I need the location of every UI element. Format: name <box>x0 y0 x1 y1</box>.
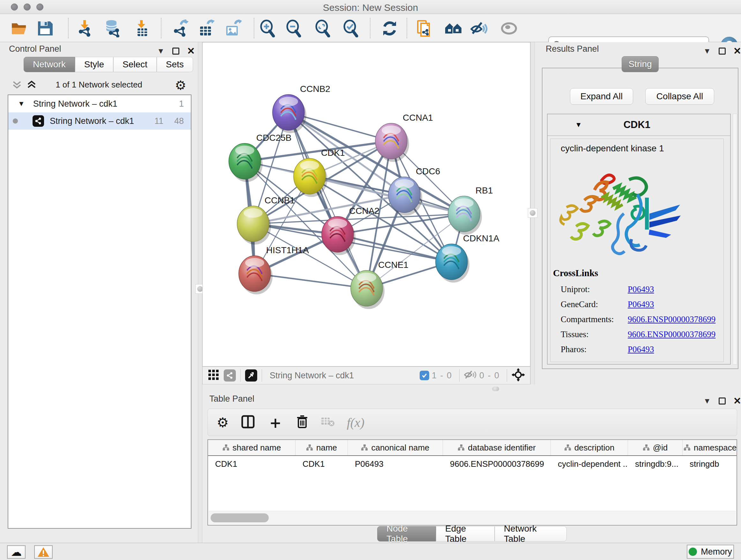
export-network-icon[interactable] <box>171 19 190 38</box>
table-cell[interactable]: stringdb <box>683 456 737 472</box>
delete-column-trash-icon[interactable] <box>296 415 309 430</box>
network-node-ccnb1[interactable]: CCNB1 <box>237 195 295 245</box>
network-row[interactable]: String Network – cdk1 11 48 <box>8 112 191 130</box>
grid-view-icon[interactable] <box>208 369 219 382</box>
open-session-icon[interactable] <box>10 19 29 38</box>
collapse-all-networks-icon[interactable] <box>11 79 22 91</box>
collapse-all-button[interactable]: Collapse All <box>645 88 714 105</box>
column-header-shared-name[interactable]: shared name <box>208 440 295 455</box>
table-cell[interactable]: CDK1 <box>208 456 295 472</box>
network-node-cdkn1a[interactable]: CDKN1A <box>435 233 499 283</box>
import-table-icon[interactable] <box>132 19 151 38</box>
zoom-in-icon[interactable] <box>259 19 277 38</box>
crosslink-link[interactable]: P06493 <box>628 285 654 294</box>
tree-expanded-icon[interactable]: ▼ <box>18 100 25 108</box>
export-table-icon[interactable] <box>197 19 215 38</box>
panel-collapse-icon[interactable]: ▼ <box>703 47 711 56</box>
export-image-icon[interactable] <box>223 19 242 38</box>
tab-network[interactable]: Network <box>23 57 75 72</box>
caret-down-icon[interactable]: ▼ <box>575 121 582 129</box>
crosslink-link[interactable]: 9606.ENSP00000378699 <box>628 314 716 324</box>
show-hide-icon[interactable] <box>470 19 488 38</box>
network-node-ccne1[interactable]: CCNE1 <box>351 260 408 309</box>
network-node-ccnb2[interactable]: CCNB2 <box>273 84 330 133</box>
panel-close-icon[interactable]: ✕ <box>733 45 741 57</box>
expand-all-button[interactable]: Expand All <box>570 88 633 105</box>
scrollbar-thumb[interactable] <box>211 513 269 522</box>
network-node-ccna1[interactable]: CCNA1 <box>375 113 433 162</box>
column-header-name[interactable]: name <box>295 440 348 455</box>
network-collection-row[interactable]: ▼ String Network – cdk1 1 <box>8 95 191 112</box>
panel-collapse-icon[interactable]: ▼ <box>157 47 165 56</box>
tab-sets[interactable]: Sets <box>157 57 193 72</box>
tab-node-table[interactable]: Node Table <box>377 526 436 542</box>
birdseye-view-icon[interactable] <box>245 369 257 381</box>
copy-network-icon[interactable] <box>415 19 434 38</box>
panel-float-icon[interactable] <box>172 48 179 55</box>
network-badge-icon[interactable] <box>224 369 236 381</box>
zoom-selected-icon[interactable] <box>342 19 360 38</box>
import-network-database-icon[interactable] <box>104 19 122 38</box>
column-header-description[interactable]: description <box>551 440 628 455</box>
results-scrollbar[interactable] <box>733 114 737 365</box>
network-graph[interactable]: CCNB2CCNA1CDC25BCDK1CDC6RB1CCNB1CCNA2CDK… <box>203 43 530 366</box>
network-node-cdc25b[interactable]: CDC25B <box>229 133 291 182</box>
table-cell[interactable]: cyclin-dependent ... <box>551 456 628 472</box>
add-column-plus-icon[interactable]: ＋ <box>267 416 284 429</box>
results-panel-splitter-handle[interactable] <box>528 208 537 218</box>
node-table[interactable]: shared namenamecanonical namedatabase id… <box>207 439 737 525</box>
crosslink-link[interactable]: P06493 <box>628 300 654 309</box>
panel-float-icon[interactable] <box>719 48 726 55</box>
table-settings-gear-icon[interactable]: ⚙ <box>217 415 229 430</box>
network-canvas[interactable]: CCNB2CCNA1CDC25BCDK1CDC6RB1CCNB1CCNA2CDK… <box>202 42 530 367</box>
column-header--id[interactable]: @id <box>628 440 683 455</box>
table-cell[interactable]: stringdb:9... <box>628 456 683 472</box>
table-cell[interactable]: 9606.ENSP00000378699 <box>443 456 551 472</box>
cloud-status-button[interactable]: ☁ <box>7 545 25 559</box>
table-cell[interactable]: CDK1 <box>295 456 348 472</box>
network-node-ccna2[interactable]: CCNA2 <box>322 206 380 255</box>
string-entry-header[interactable]: ▼ CDK1 <box>548 114 730 136</box>
hidden-eye-slash-icon[interactable] <box>464 370 477 381</box>
table-panel-splitter-handle[interactable] <box>492 387 499 391</box>
tab-select[interactable]: Select <box>113 57 157 72</box>
results-panel-splitter[interactable] <box>530 42 535 384</box>
tab-edge-table[interactable]: Edge Table <box>436 526 495 542</box>
home-network-icon[interactable] <box>444 19 463 38</box>
node-label: CCNA1 <box>403 113 433 123</box>
zoom-out-icon[interactable] <box>285 19 303 38</box>
import-network-icon[interactable] <box>75 19 94 38</box>
tab-string[interactable]: String <box>622 56 659 72</box>
network-node-rb1[interactable]: RB1 <box>448 186 493 235</box>
crosslink-link[interactable]: P06493 <box>628 345 654 354</box>
network-node-hist1h1a[interactable]: HIST1H1A <box>239 245 309 294</box>
tab-network-table[interactable]: Network Table <box>495 526 567 542</box>
panel-close-icon[interactable]: ✕ <box>733 395 741 407</box>
fit-selected-crosshair-icon[interactable] <box>512 368 525 383</box>
warnings-button[interactable] <box>34 545 53 559</box>
column-header-namespace[interactable]: namespace <box>683 440 737 455</box>
show-columns-icon[interactable] <box>241 415 255 430</box>
table-cell[interactable]: P06493 <box>348 456 443 472</box>
memory-button[interactable]: Memory <box>687 545 734 559</box>
table-row[interactable]: CDK1CDK1P064939606.ENSP00000378699cyclin… <box>208 456 737 472</box>
expand-all-networks-icon[interactable] <box>26 79 37 91</box>
refresh-icon[interactable] <box>381 19 399 38</box>
tab-style[interactable]: Style <box>75 57 113 72</box>
table-panel-splitter[interactable] <box>202 384 741 393</box>
network-node-cdk1[interactable]: CDK1 <box>293 148 345 197</box>
network-edge[interactable] <box>288 112 367 288</box>
column-header-database-identifier[interactable]: database identifier <box>443 440 551 455</box>
selected-checkbox-icon[interactable] <box>420 371 429 380</box>
zoom-fit-icon[interactable] <box>314 19 332 38</box>
save-session-icon[interactable] <box>36 19 54 38</box>
gear-icon[interactable]: ⚙ <box>175 78 186 92</box>
table-horizontal-scrollbar[interactable] <box>209 511 736 524</box>
panel-close-icon[interactable]: ✕ <box>187 45 195 57</box>
eye-icon[interactable] <box>500 19 518 38</box>
column-header-canonical-name[interactable]: canonical name <box>348 440 443 455</box>
control-panel-splitter[interactable] <box>198 42 202 543</box>
panel-float-icon[interactable] <box>719 397 726 405</box>
crosslink-link[interactable]: 9606.ENSP00000378699 <box>628 329 716 339</box>
panel-collapse-icon[interactable]: ▼ <box>703 396 711 406</box>
